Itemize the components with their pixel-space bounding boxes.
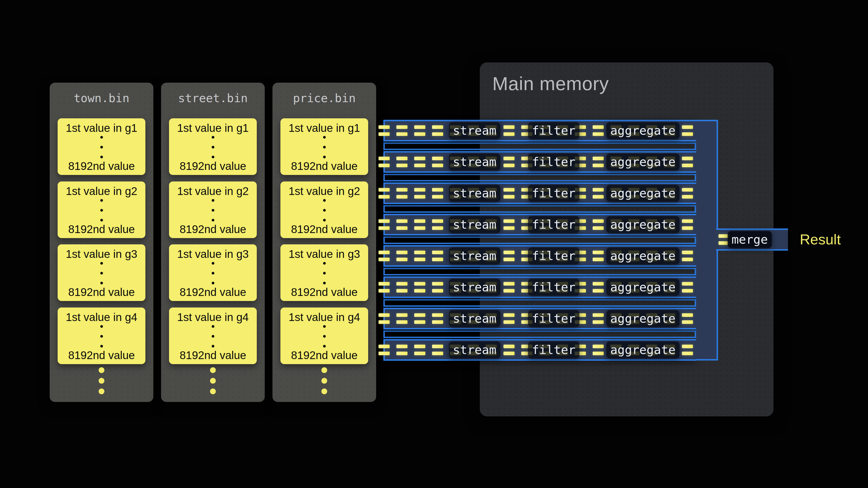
equals-icon [682, 219, 693, 230]
value-block-last-label: 8192nd value [291, 223, 358, 236]
value-block-first-label: 1st value in g3 [289, 248, 360, 261]
stream-box: stream [449, 122, 500, 139]
pipeline-row: stream filter aggregate [383, 308, 696, 329]
value-block: 1st value in g4 8192nd value [169, 307, 257, 364]
equals-icon [503, 251, 515, 261]
pipeline-gap-notch [383, 236, 696, 244]
equals-icon [682, 157, 693, 167]
filter-box: filter [528, 216, 579, 233]
value-block: 1st value in g3 8192nd value [169, 245, 257, 301]
equals-icon [593, 219, 604, 230]
vertical-ellipsis-icon [212, 262, 214, 284]
filter-box: filter [528, 279, 579, 296]
vertical-ellipsis-icon [100, 136, 103, 158]
equals-icon [378, 125, 390, 136]
equals-icon [396, 188, 407, 199]
value-block-last-label: 8192nd value [180, 160, 246, 172]
pipeline-collector-bar [696, 120, 718, 360]
stream-box: stream [449, 310, 500, 327]
filter-box: filter [528, 310, 579, 327]
value-block-last-label: 8192nd value [291, 286, 358, 299]
equals-icon [378, 282, 390, 293]
equals-icon [414, 157, 425, 167]
equals-icon [396, 219, 407, 230]
equals-icon [593, 157, 604, 167]
value-block-first-label: 1st value in g3 [66, 248, 137, 261]
aggregate-box: aggregate [607, 279, 679, 296]
pipeline-row: stream filter aggregate [383, 183, 696, 204]
equals-icon [414, 313, 425, 324]
value-block-first-label: 1st value in g4 [289, 311, 360, 324]
filter-box: filter [528, 154, 579, 170]
pipeline-gap-notch [383, 330, 696, 338]
value-block-first-label: 1st value in g1 [289, 122, 360, 134]
equals-icon [503, 157, 515, 167]
pipeline-gap-notch [383, 142, 696, 150]
value-block-last-label: 8192nd value [68, 223, 135, 236]
file-column-title: street.bin [161, 91, 265, 105]
value-block: 1st value in g3 8192nd value [280, 245, 368, 301]
main-memory-title: Main memory [492, 73, 609, 95]
stream-box: stream [449, 341, 500, 358]
equals-icon [396, 157, 407, 167]
equals-icon [593, 313, 604, 324]
vertical-ellipsis-icon [212, 199, 214, 222]
value-block-last-label: 8192nd value [68, 349, 135, 362]
aggregate-box: aggregate [607, 216, 679, 233]
file-column: price.bin 1st value in g1 8192nd value 1… [273, 83, 376, 402]
equals-icon [414, 251, 425, 261]
value-block-first-label: 1st value in g4 [66, 311, 137, 324]
equals-icon [414, 125, 425, 136]
equals-icon [414, 188, 425, 199]
equals-icon [593, 188, 604, 199]
pipeline-row: stream filter aggregate [383, 151, 696, 173]
equals-icon [378, 188, 390, 199]
equals-icon [593, 282, 604, 293]
value-block: 1st value in g1 8192nd value [58, 118, 145, 175]
vertical-ellipsis-icon [100, 199, 103, 222]
equals-icon [396, 313, 407, 324]
equals-icon [682, 313, 693, 324]
aggregate-box: aggregate [607, 185, 679, 202]
equals-icon [682, 188, 693, 199]
value-block-first-label: 1st value in g1 [177, 122, 249, 134]
value-block: 1st value in g2 8192nd value [58, 182, 145, 238]
merge-box: merge [728, 231, 772, 248]
equals-icon [414, 345, 425, 355]
value-block-last-label: 8192nd value [180, 223, 246, 236]
equals-icon [682, 282, 693, 293]
equals-icon [432, 313, 443, 324]
value-block: 1st value in g3 8192nd value [58, 245, 145, 301]
aggregate-box: aggregate [607, 310, 679, 327]
file-column: town.bin 1st value in g1 8192nd value 1s… [50, 83, 153, 402]
pipeline-gap-notch [383, 174, 696, 182]
equals-icon [593, 251, 604, 261]
aggregate-box: aggregate [607, 122, 679, 139]
equals-icon [396, 251, 407, 261]
equals-icon [378, 251, 390, 261]
equals-icon [682, 125, 693, 136]
filter-box: filter [528, 341, 579, 358]
stream-box: stream [449, 154, 500, 170]
equals-icon [432, 157, 443, 167]
value-block-last-label: 8192nd value [180, 349, 246, 362]
pipeline-row: stream filter aggregate [383, 339, 696, 361]
value-block: 1st value in g1 8192nd value [169, 118, 257, 175]
vertical-ellipsis-icon [323, 325, 326, 348]
stream-box: stream [449, 185, 500, 202]
value-block: 1st value in g4 8192nd value [58, 307, 145, 364]
equals-icon [593, 125, 604, 136]
value-block-first-label: 1st value in g2 [66, 185, 137, 198]
equals-icon [432, 125, 443, 136]
value-block: 1st value in g4 8192nd value [280, 307, 368, 364]
filter-box: filter [528, 185, 579, 202]
value-block-first-label: 1st value in g2 [289, 185, 360, 198]
stream-box: stream [449, 248, 500, 264]
stream-box: stream [449, 216, 500, 233]
vertical-ellipsis-icon [323, 199, 326, 222]
equals-icon [682, 345, 693, 355]
vertical-ellipsis-icon [100, 262, 103, 284]
equals-icon [432, 251, 443, 261]
value-block-last-label: 8192nd value [291, 349, 358, 362]
equals-icon [432, 282, 443, 293]
